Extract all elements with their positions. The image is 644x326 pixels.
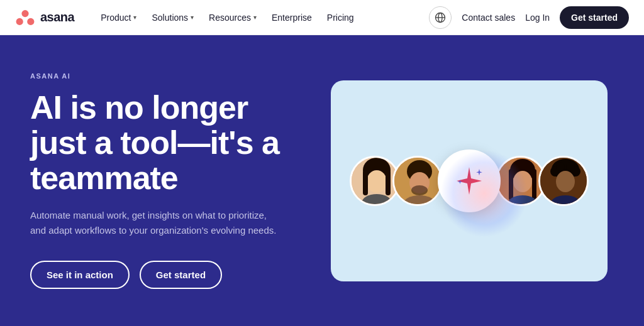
svg-point-0	[21, 10, 28, 17]
svg-point-29	[556, 171, 575, 192]
visual-card	[331, 80, 608, 281]
svg-rect-21	[532, 169, 536, 200]
hero-content: ASANA AI AI is no longer just a tool—it'…	[30, 72, 287, 289]
svg-rect-10	[386, 170, 391, 195]
nav-links: Product ▾ Solutions ▾ Resources ▾ Enterp…	[94, 9, 429, 26]
chevron-down-icon: ▾	[191, 14, 194, 21]
person2-illustration	[394, 158, 443, 206]
navbar: asana Product ▾ Solutions ▾ Resources ▾ …	[0, 0, 644, 35]
logo-text: asana	[40, 10, 74, 24]
hero-visual	[325, 80, 614, 281]
nav-pricing[interactable]: Pricing	[321, 9, 360, 26]
avatars-row	[353, 149, 585, 212]
nav-product[interactable]: Product ▾	[94, 9, 143, 26]
login-link[interactable]: Log In	[525, 13, 550, 23]
logo[interactable]: asana	[15, 8, 74, 28]
globe-icon	[435, 12, 446, 23]
hero-title: AI is no longer just a tool—it's a teamm…	[30, 90, 287, 195]
nav-actions: Contact sales Log In Get started	[429, 6, 629, 29]
nav-enterprise[interactable]: Enterprise	[265, 9, 318, 26]
svg-point-2	[27, 18, 34, 24]
nav-resources[interactable]: Resources ▾	[203, 9, 263, 26]
nav-solutions[interactable]: Solutions ▾	[145, 9, 200, 26]
hero-subtitle: Automate manual work, get insights on wh…	[30, 208, 282, 238]
ai-glow	[440, 149, 528, 237]
avatar-person2	[392, 156, 443, 206]
chevron-down-icon: ▾	[133, 14, 136, 21]
svg-point-28	[566, 162, 575, 171]
svg-point-27	[556, 162, 565, 171]
get-started-hero-button[interactable]: Get started	[140, 261, 222, 289]
person4-illustration	[540, 158, 589, 206]
svg-point-1	[16, 18, 23, 24]
hero-buttons: See it in action Get started	[30, 261, 287, 289]
contact-sales-link[interactable]: Contact sales	[462, 13, 515, 23]
hero-section: ASANA AI AI is no longer just a tool—it'…	[0, 35, 644, 326]
hero-tag: ASANA AI	[30, 72, 287, 80]
svg-point-15	[411, 185, 428, 195]
see-it-in-action-button[interactable]: See it in action	[30, 261, 130, 289]
language-selector-button[interactable]	[429, 6, 452, 29]
avatar-person4	[538, 156, 589, 206]
asana-logo-icon	[15, 8, 35, 28]
svg-point-8	[367, 170, 387, 193]
svg-rect-9	[363, 170, 368, 195]
chevron-down-icon: ▾	[253, 14, 257, 21]
get-started-nav-button[interactable]: Get started	[560, 6, 629, 29]
